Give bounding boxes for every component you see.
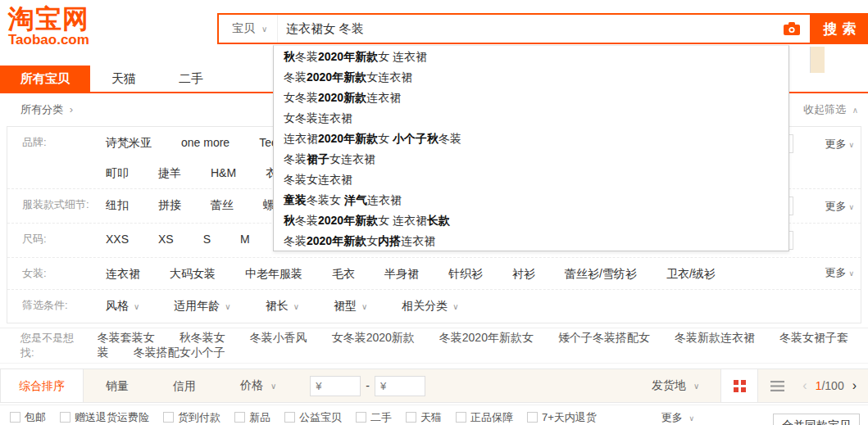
filter-option[interactable]: 町叩 — [106, 165, 129, 181]
filter-label: 女装: — [7, 265, 106, 282]
list-view-button[interactable] — [758, 369, 796, 402]
price-max-input[interactable] — [375, 376, 425, 396]
filter-option[interactable]: 蕾丝 — [211, 197, 234, 213]
filter-option[interactable]: 纽扣 — [106, 197, 129, 213]
service-checkbox[interactable]: 7+天内退货 — [527, 410, 597, 425]
search-suggestion[interactable]: 冬装2020年新款女内搭连衣裙 — [274, 230, 788, 251]
sort-sales[interactable]: 销量 — [84, 369, 151, 402]
related-term-link[interactable]: 冬装搭配女小个子 — [134, 346, 225, 359]
search-suggestion[interactable]: 女冬装2020新款连衣裙 — [274, 87, 788, 107]
related-term-link[interactable]: 女冬装2020新款 — [332, 331, 415, 344]
search-suggestion[interactable]: 秋冬装2020年新款女 连衣裙 — [274, 46, 788, 66]
service-checkbox[interactable]: 二手 — [356, 410, 392, 425]
filter-option[interactable]: 半身裙 — [384, 265, 419, 282]
checkbox-icon[interactable] — [527, 412, 538, 423]
checkbox-icon[interactable] — [234, 412, 245, 423]
search-suggestion[interactable]: 冬装2020年新款女连衣裙 — [274, 66, 788, 87]
camera-icon[interactable] — [774, 22, 810, 35]
suggestion-segment: 女 连衣裙 — [378, 50, 427, 63]
related-term-link[interactable]: 矮个子冬装搭配女 — [558, 331, 650, 344]
search-suggestion[interactable]: 冬装女连衣裙 — [274, 169, 788, 189]
checkbox-icon[interactable] — [406, 412, 416, 423]
related-term-link[interactable]: 冬装新款连衣裙 — [675, 331, 755, 344]
filter-option[interactable]: 衬衫 — [512, 265, 535, 282]
filter-option[interactable]: 诗梵米亚 — [106, 134, 152, 151]
more-link[interactable]: 更多∨ — [825, 137, 854, 151]
service-checkbox[interactable]: 货到付款 — [163, 410, 220, 425]
checkbox-icon[interactable] — [284, 412, 295, 423]
tab-all-items[interactable]: 所有宝贝 — [0, 66, 90, 92]
filter-option[interactable]: 连衣裙 — [106, 265, 140, 282]
condition-dropdown[interactable]: 裙长∨ — [266, 297, 299, 315]
condition-dropdown[interactable]: 裙型∨ — [334, 297, 367, 315]
checkbox-icon[interactable] — [60, 412, 70, 423]
collapse-filter-label: 收起筛选 — [803, 103, 846, 115]
related-term-link[interactable]: 秋冬装女 — [180, 331, 225, 344]
related-term-link[interactable]: 冬装小香风 — [250, 331, 307, 344]
search-suggestion[interactable]: 冬装裙子女连衣裙 — [274, 148, 788, 169]
search-suggestion[interactable]: 女冬装连衣裙 — [274, 107, 788, 128]
condition-dropdown[interactable]: 风格∨ — [106, 297, 139, 315]
sort-composite[interactable]: 综合排序 — [0, 369, 84, 402]
search-suggestion[interactable]: 秋冬装2020年新款女 连衣裙长款 — [274, 210, 788, 230]
related-term-link[interactable]: 冬装套装女 — [98, 331, 155, 344]
filter-option[interactable]: XS — [158, 231, 174, 247]
condition-dropdown[interactable]: 适用年龄∨ — [174, 297, 230, 315]
breadcrumb[interactable]: 所有分类 › — [20, 102, 73, 117]
related-term-link[interactable]: 冬装2020年新款女 — [439, 331, 534, 344]
tab-secondhand[interactable]: 二手 — [157, 66, 225, 92]
more-link[interactable]: 更多∨ — [825, 199, 854, 214]
filter-option[interactable]: 蕾丝衫/雪纺衫 — [565, 265, 637, 282]
chevron-down-icon: ∨ — [361, 302, 367, 311]
filter-option[interactable]: 针织衫 — [448, 265, 483, 282]
service-checkbox[interactable]: 赠送退货运费险 — [60, 410, 149, 425]
footer-more-link[interactable]: 更多 ∨ — [661, 410, 694, 425]
checkbox-icon[interactable] — [163, 412, 174, 423]
service-checkbox[interactable]: 新品 — [234, 410, 270, 425]
service-checkbox[interactable]: 天猫 — [406, 410, 442, 425]
sort-price[interactable]: 价格 ∨ — [218, 368, 298, 403]
search-button[interactable]: 搜索 — [811, 13, 868, 44]
suggestion-segment: 小个子秋 — [393, 132, 439, 145]
ship-from-dropdown[interactable]: 发货地 ∨ — [652, 378, 699, 393]
sort-credit[interactable]: 信用 — [151, 369, 218, 402]
grid-view-button[interactable] — [720, 369, 758, 402]
filter-option[interactable]: XXS — [106, 231, 129, 247]
taobao-logo[interactable]: 淘宝网 Taobao.com — [8, 5, 89, 47]
price-sort-label: 价格 — [240, 378, 263, 391]
price-range-dash: - — [366, 379, 370, 392]
suggestion-segment: 冬装 — [295, 214, 318, 227]
next-page-button[interactable]: › — [852, 378, 857, 393]
filter-option[interactable]: M — [240, 231, 250, 247]
logo-text-cn: 淘宝网 — [8, 5, 89, 33]
filter-option[interactable]: one more — [181, 134, 229, 151]
search-input[interactable] — [278, 15, 774, 43]
filter-option[interactable]: S — [203, 231, 211, 247]
breadcrumb-arrow-icon: › — [70, 103, 73, 115]
prev-page-button[interactable]: ‹ — [802, 378, 807, 393]
filter-option[interactable]: 捷羊 — [158, 165, 181, 181]
search-suggestion[interactable]: 童装冬装女 洋气连衣裙 — [274, 189, 788, 210]
condition-dropdown[interactable]: 相关分类∨ — [402, 297, 458, 315]
service-checkbox-label: 公益宝贝 — [299, 410, 342, 425]
service-checkbox[interactable]: 公益宝贝 — [284, 410, 342, 425]
search-category-select[interactable]: 宝贝 ∨ — [219, 15, 278, 43]
checkbox-icon[interactable] — [456, 412, 466, 423]
filter-option[interactable]: 毛衣 — [332, 265, 355, 282]
filter-option[interactable]: 中老年服装 — [245, 265, 302, 282]
search-suggestion[interactable]: 连衣裙2020年新款女 小个子秋冬装 — [274, 128, 788, 148]
suggestion-segment: 冬装 — [284, 234, 307, 247]
checkbox-icon[interactable] — [356, 412, 366, 423]
more-link[interactable]: 更多∨ — [825, 265, 854, 280]
filter-option[interactable]: 大码女装 — [170, 265, 216, 282]
filter-option[interactable]: H&M — [211, 165, 236, 181]
service-checkbox[interactable]: 正品保障 — [456, 410, 513, 425]
merge-same-items-button[interactable]: 合并同款宝贝 — [773, 414, 860, 425]
price-min-input[interactable] — [310, 376, 361, 396]
filter-option[interactable]: 拼接 — [158, 197, 181, 213]
service-checkbox[interactable]: 包邮 — [10, 410, 46, 425]
tab-tmall[interactable]: 天猫 — [90, 66, 157, 92]
collapse-filter-link[interactable]: 收起筛选 ∧ — [803, 102, 858, 117]
checkbox-icon[interactable] — [10, 412, 20, 423]
filter-option[interactable]: 卫衣/绒衫 — [666, 265, 716, 282]
